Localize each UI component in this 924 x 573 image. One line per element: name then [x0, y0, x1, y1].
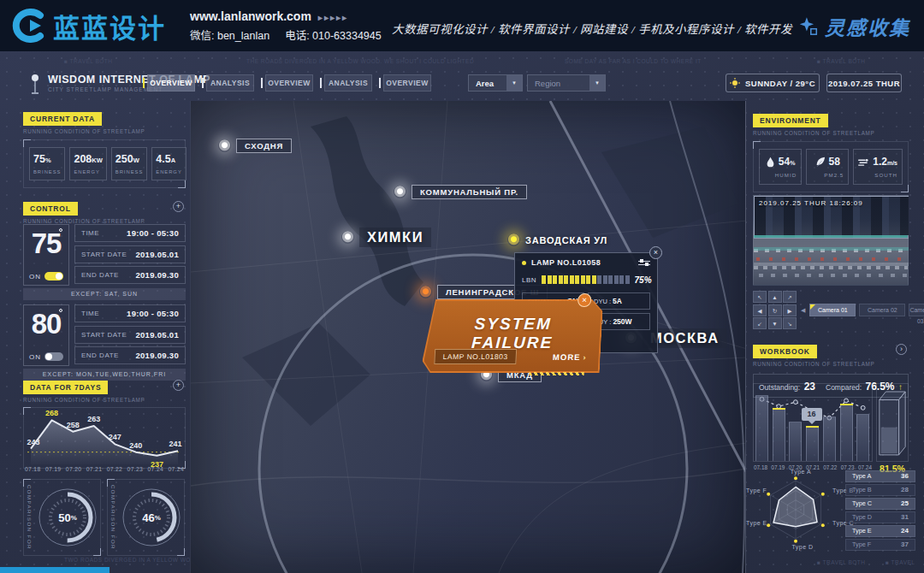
tab-overview-2[interactable]: OVERVIEW [265, 74, 313, 92]
end-date-row[interactable]: END DATE2019.09.30 [74, 266, 186, 284]
gauge-title: COMPARISON FOR [27, 485, 32, 550]
time-row[interactable]: TIME19:00 - 05:30 [74, 304, 186, 322]
start-date-row[interactable]: START DATE2019.05.01 [74, 326, 186, 344]
type-c-row[interactable]: Type C25 [845, 498, 915, 510]
camera-list-prev[interactable]: ◀ [801, 307, 805, 314]
pm25-stat: 58 PM2.5 [806, 149, 849, 185]
type-e-row[interactable]: Type E24 [845, 525, 915, 537]
pan-left-button[interactable]: ◀ [753, 304, 767, 316]
workbook-bar[interactable] [823, 416, 836, 461]
region-select-value: Region [535, 79, 560, 88]
panel-label: DATA FOR 7DAYS [23, 381, 108, 394]
x-tick: 07.22 [107, 466, 123, 472]
workbook-bar[interactable] [856, 414, 869, 461]
type-a-row[interactable]: Type A36 [845, 470, 915, 482]
camera-02-button[interactable]: Camera 02 [859, 304, 905, 316]
bar-tooltip: 16 [802, 408, 822, 421]
map-pin-orange-icon [419, 286, 432, 298]
map-location-zavodskaya[interactable]: ЗАВОДСКАЯ УЛ [507, 233, 607, 246]
tab-overview-3[interactable]: OVERVIEW [383, 74, 431, 92]
current-data-panel: CURRENT DATA RUNNING CONDITION OF STREET… [23, 109, 186, 188]
contact-block: www.lanlanwork.com▸▸▸▸▸ 微信: ben_lanlan电话… [190, 9, 397, 43]
time-row[interactable]: TIME19:00 - 05:30 [74, 224, 186, 242]
dashboard: ■ TRAVEL BOTH THE ROADS DIVERGED IN A YE… [0, 51, 924, 573]
pan-down-left-button[interactable]: ↙ [753, 317, 767, 329]
services-tagline: 大数据可视化设计 / 软件界面设计 / 网站建设 / 手机及小程序设计 / 软件… [392, 20, 792, 37]
pan-up-button[interactable]: ▲ [768, 291, 782, 303]
type-list: Type A36 Type B28 Type C25 Type D31 Type… [845, 470, 915, 551]
phone-contact: 电话: 010-63334945 [285, 30, 382, 42]
expand-chart-button[interactable]: + [173, 380, 184, 391]
workbook-bar[interactable] [755, 395, 768, 461]
pan-down-button[interactable]: ▼ [768, 317, 782, 329]
site-banner: 蓝蓝设计 www.lanlanwork.com▸▸▸▸▸ 微信: ben_lan… [0, 0, 924, 51]
radar-axis-label: Type E [746, 520, 767, 526]
add-schedule-button[interactable]: + [173, 201, 184, 212]
type-f-row[interactable]: Type F37 [845, 539, 915, 551]
workbook-more-button[interactable]: › [896, 344, 907, 355]
page-bottom-accent [0, 567, 110, 573]
gauge-value: 50 [58, 511, 70, 524]
seven-days-line-chart: 243268258263247240237241 [24, 408, 185, 468]
humidity-stat: 54% HUMID [759, 149, 802, 185]
website-link[interactable]: www.lanlanwork.com [190, 9, 311, 23]
control-group-2: 80 ON TIME19:00 - 05:30 START DATE2019.0… [23, 304, 186, 366]
workbook-bar[interactable] [806, 426, 819, 461]
start-date-row[interactable]: START DATE2019.05.01 [74, 245, 186, 263]
svg-text:241: 241 [169, 440, 181, 448]
sliders-icon[interactable] [638, 258, 650, 268]
camera-01-button[interactable]: Camera 01 [809, 304, 856, 316]
tab-analysis-2[interactable]: ANALYSIS [324, 74, 372, 92]
map-location-kommunalny[interactable]: КОММУНАЛЬНЫЙ ПР. [394, 185, 527, 199]
comparison-gauge-1: COMPARISON FOR 50% [23, 479, 101, 556]
lamp-id: LAMP NO.L01058 [531, 258, 633, 267]
camera-dpad: ↖ ▲ ↗ ◀ ↻ ▶ ↙ ▼ ↘ [753, 291, 797, 329]
pan-up-right-button[interactable]: ↗ [783, 291, 797, 303]
toggle-off[interactable] [44, 352, 63, 361]
control-group-1: 75 ON TIME19:00 - 05:30 START DATE2019.0… [23, 224, 186, 286]
end-date-row[interactable]: END DATE2019.09.30 [74, 346, 186, 364]
toggle-on[interactable] [44, 272, 63, 281]
region-select[interactable]: Region ▼ [527, 74, 606, 92]
location-label: КОММУНАЛЬНЫЙ ПР. [412, 185, 527, 199]
tab-analysis-1[interactable]: ANALYSIS [206, 74, 254, 92]
type-b-row[interactable]: Type B28 [845, 484, 915, 496]
pan-right-button[interactable]: ▶ [783, 304, 797, 316]
tab-overview-1[interactable]: OVERVIEW [147, 74, 195, 92]
brightness-setting[interactable]: 80 ON [23, 304, 69, 366]
map-location-shodnya[interactable]: СХОДНЯ [218, 139, 292, 153]
workbook-bar[interactable] [840, 404, 853, 461]
lbn-label: LBN [522, 276, 536, 284]
brightness-setting[interactable]: 75 ON [23, 224, 69, 286]
x-tick: 07.20 [66, 466, 82, 472]
traffic-image [754, 247, 908, 277]
more-button[interactable]: MORE› [553, 352, 587, 362]
camera-03-button[interactable]: Camera 03 [909, 304, 924, 316]
x-tick: 07.24 [148, 466, 164, 472]
area-select[interactable]: Area ▼ [468, 74, 523, 92]
x-tick: 07.24 [168, 466, 184, 472]
reset-view-button[interactable]: ↻ [768, 304, 782, 316]
panel-subtitle: RUNNING CONDITION OF STREETLAMP [23, 128, 186, 134]
camera-list: Camera 01 Camera 02 Camera 03 Camera 04 … [809, 304, 924, 316]
pan-down-right-button[interactable]: ↘ [783, 317, 797, 329]
workbook-bar[interactable] [773, 408, 785, 461]
workbook-bar[interactable] [789, 422, 802, 461]
type-d-row[interactable]: Type D31 [845, 511, 915, 523]
pan-up-left-button[interactable]: ↖ [753, 291, 767, 303]
city-map[interactable]: СХОДНЯ КОММУНАЛЬНЫЙ ПР. ХИМКИ ЗАВОДСКАЯ … [190, 101, 746, 573]
x-tick: 07.19 [45, 466, 62, 472]
on-label: ON [29, 353, 41, 361]
leaf-icon [815, 157, 826, 168]
map-pin-icon [341, 231, 354, 244]
arrows-decoration: ▸▸▸▸▸ [318, 13, 348, 22]
popup-close-button[interactable]: × [649, 246, 662, 259]
map-location-khimki[interactable]: ХИМКИ [341, 227, 431, 247]
caret-down-icon: ▼ [589, 75, 605, 91]
brand-logo[interactable]: 蓝蓝设计 [12, 7, 166, 45]
dashboard-header: WISDOM INTERNET OF LAMP CITY STREETLAMP … [0, 72, 924, 99]
camera-panel: 2019.07.25 THUR 18:26:09 ↖ ▲ ↗ ◀ ↻ ▶ ↙ ▼… [753, 195, 909, 329]
lanlan-logo-icon [12, 9, 46, 43]
camera-feed[interactable]: 2019.07.25 THUR 18:26:09 [753, 195, 909, 286]
inspiration-collect[interactable]: 灵感收集 [797, 12, 910, 41]
